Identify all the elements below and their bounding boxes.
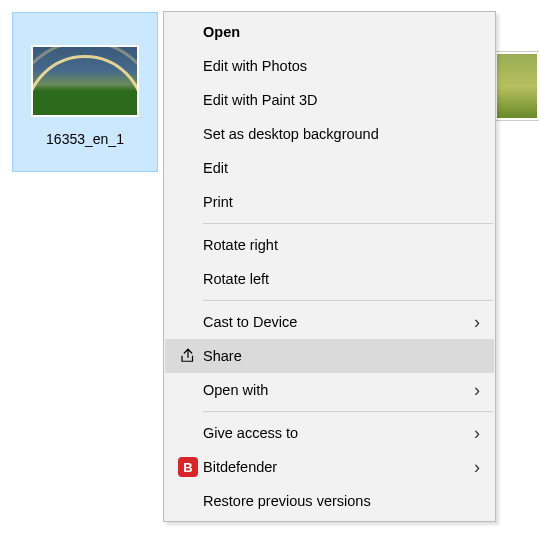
chevron-right-icon: › bbox=[464, 313, 480, 331]
menu-label: Restore previous versions bbox=[203, 493, 480, 509]
file-item[interactable]: 16353_en_1 bbox=[12, 12, 158, 172]
rainbow-arc-outer bbox=[31, 45, 139, 117]
menu-open-with[interactable]: Open with › bbox=[165, 373, 494, 407]
menu-edit-with-paint3d[interactable]: Edit with Paint 3D bbox=[165, 83, 494, 117]
menu-separator bbox=[203, 223, 493, 224]
menu-restore-previous-versions[interactable]: Restore previous versions bbox=[165, 484, 494, 518]
menu-label: Open bbox=[203, 24, 480, 40]
menu-label: Cast to Device bbox=[203, 314, 464, 330]
file-thumbnail bbox=[31, 45, 139, 117]
menu-label: Rotate right bbox=[203, 237, 480, 253]
menu-label: Edit with Paint 3D bbox=[203, 92, 480, 108]
menu-label: Edit with Photos bbox=[203, 58, 480, 74]
adjacent-thumbnail[interactable] bbox=[495, 52, 539, 120]
file-name-label: 16353_en_1 bbox=[17, 131, 153, 147]
chevron-right-icon: › bbox=[464, 424, 480, 442]
menu-separator bbox=[203, 411, 493, 412]
menu-share[interactable]: Share bbox=[165, 339, 494, 373]
menu-set-wallpaper[interactable]: Set as desktop background bbox=[165, 117, 494, 151]
menu-open[interactable]: Open bbox=[165, 15, 494, 49]
context-menu: Open Edit with Photos Edit with Paint 3D… bbox=[163, 11, 496, 522]
menu-edit-with-photos[interactable]: Edit with Photos bbox=[165, 49, 494, 83]
share-icon bbox=[173, 347, 203, 365]
chevron-right-icon: › bbox=[464, 458, 480, 476]
menu-separator bbox=[203, 300, 493, 301]
menu-rotate-left[interactable]: Rotate left bbox=[165, 262, 494, 296]
menu-label: Edit bbox=[203, 160, 480, 176]
menu-label: Share bbox=[203, 348, 480, 364]
menu-cast-to-device[interactable]: Cast to Device › bbox=[165, 305, 494, 339]
menu-give-access-to[interactable]: Give access to › bbox=[165, 416, 494, 450]
menu-bitdefender[interactable]: B Bitdefender › bbox=[165, 450, 494, 484]
menu-label: Give access to bbox=[203, 425, 464, 441]
menu-label: Open with bbox=[203, 382, 464, 398]
menu-label: Set as desktop background bbox=[203, 126, 480, 142]
menu-label: Bitdefender bbox=[203, 459, 464, 475]
menu-label: Rotate left bbox=[203, 271, 480, 287]
chevron-right-icon: › bbox=[464, 381, 480, 399]
bitdefender-icon: B bbox=[173, 457, 203, 477]
menu-edit[interactable]: Edit bbox=[165, 151, 494, 185]
menu-label: Print bbox=[203, 194, 480, 210]
menu-rotate-right[interactable]: Rotate right bbox=[165, 228, 494, 262]
menu-print[interactable]: Print bbox=[165, 185, 494, 219]
